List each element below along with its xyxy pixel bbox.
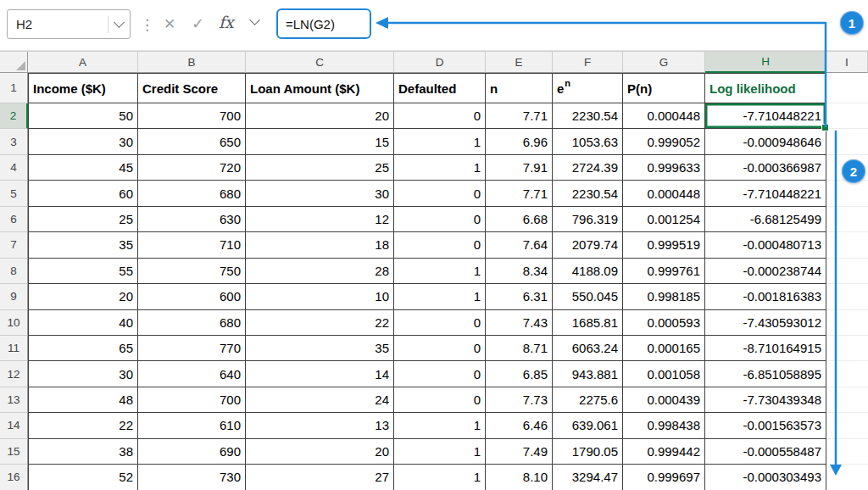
row-header-12[interactable]: 12 bbox=[0, 361, 28, 387]
empty-cell[interactable] bbox=[826, 207, 868, 232]
cell-D12[interactable]: 0 bbox=[394, 361, 486, 387]
cell-G6[interactable]: 0.001254 bbox=[623, 207, 705, 232]
cell-G5[interactable]: 0.000448 bbox=[623, 181, 705, 206]
cell-D16[interactable]: 1 bbox=[394, 465, 486, 490]
column-header-A[interactable]: A bbox=[28, 52, 138, 73]
row-header-13[interactable]: 13 bbox=[0, 387, 28, 413]
row-header-16[interactable]: 16 bbox=[0, 465, 28, 490]
cell-G2[interactable]: 0.000448 bbox=[623, 103, 705, 129]
insert-function-icon[interactable]: fx bbox=[219, 13, 234, 31]
cell-H12[interactable]: -6.851058895 bbox=[705, 361, 826, 387]
cell-C16[interactable]: 27 bbox=[246, 465, 394, 490]
cell-F2[interactable]: 2230.54 bbox=[553, 103, 623, 129]
cell-H4[interactable]: -0.000366987 bbox=[705, 155, 826, 181]
cell-D9[interactable]: 1 bbox=[394, 284, 486, 309]
cell-H3[interactable]: -0.000948646 bbox=[705, 129, 826, 154]
cell-A8[interactable]: 55 bbox=[28, 259, 138, 284]
cell-D14[interactable]: 1 bbox=[394, 413, 486, 438]
cell-E5[interactable]: 7.71 bbox=[486, 181, 553, 206]
cell-C4[interactable]: 25 bbox=[246, 155, 394, 181]
cell-D2[interactable]: 0 bbox=[394, 103, 486, 129]
empty-cell[interactable] bbox=[826, 387, 868, 413]
header-cell-3[interactable]: Loan Amount ($K) bbox=[246, 73, 394, 103]
header-cell-5[interactable]: n bbox=[486, 73, 553, 103]
cell-C7[interactable]: 18 bbox=[246, 232, 394, 258]
cell-H11[interactable]: -8.710164915 bbox=[705, 336, 826, 361]
cell-E14[interactable]: 6.46 bbox=[486, 413, 553, 438]
cell-F4[interactable]: 2724.39 bbox=[553, 155, 623, 181]
column-header-H[interactable]: H bbox=[705, 52, 826, 73]
name-box[interactable]: H2 bbox=[7, 9, 131, 39]
cell-C12[interactable]: 14 bbox=[246, 361, 394, 387]
row-header-2[interactable]: 2 bbox=[0, 103, 28, 129]
cell-B12[interactable]: 640 bbox=[138, 361, 246, 387]
row-header-7[interactable]: 7 bbox=[0, 232, 28, 258]
cell-C11[interactable]: 35 bbox=[246, 336, 394, 361]
cell-B14[interactable]: 610 bbox=[138, 413, 246, 438]
cell-D10[interactable]: 0 bbox=[394, 310, 486, 336]
more-options-icon[interactable]: ⋮ bbox=[140, 16, 154, 34]
cell-B2[interactable]: 700 bbox=[138, 103, 246, 129]
cell-G7[interactable]: 0.999519 bbox=[623, 232, 705, 258]
empty-cell[interactable] bbox=[826, 413, 868, 438]
cell-H5[interactable]: -7.710448221 bbox=[705, 181, 826, 206]
cell-F9[interactable]: 550.045 bbox=[553, 284, 623, 309]
cell-D7[interactable]: 0 bbox=[394, 232, 486, 258]
empty-cell[interactable] bbox=[826, 181, 868, 206]
row-header-4[interactable]: 4 bbox=[0, 155, 28, 181]
cell-E3[interactable]: 6.96 bbox=[486, 129, 553, 154]
cell-H15[interactable]: -0.000558487 bbox=[705, 439, 826, 465]
cell-C5[interactable]: 30 bbox=[246, 181, 394, 206]
cell-E10[interactable]: 7.43 bbox=[486, 310, 553, 336]
cell-C15[interactable]: 20 bbox=[246, 439, 394, 465]
empty-cell[interactable] bbox=[826, 284, 868, 309]
header-cell-4[interactable]: Defaulted bbox=[394, 73, 486, 103]
cell-A6[interactable]: 25 bbox=[28, 207, 138, 232]
cell-A14[interactable]: 22 bbox=[28, 413, 138, 438]
cell-B7[interactable]: 710 bbox=[138, 232, 246, 258]
cell-H14[interactable]: -0.001563573 bbox=[705, 413, 826, 438]
cell-A5[interactable]: 60 bbox=[28, 181, 138, 206]
cell-A12[interactable]: 30 bbox=[28, 361, 138, 387]
row-header-9[interactable]: 9 bbox=[0, 284, 28, 309]
empty-cell[interactable] bbox=[826, 73, 868, 103]
column-header-E[interactable]: E bbox=[486, 52, 553, 73]
row-header-11[interactable]: 11 bbox=[0, 336, 28, 361]
cell-G13[interactable]: 0.000439 bbox=[623, 387, 705, 413]
cell-G4[interactable]: 0.999633 bbox=[623, 155, 705, 181]
empty-cell[interactable] bbox=[826, 465, 868, 490]
empty-cell[interactable] bbox=[826, 129, 868, 154]
cell-C13[interactable]: 24 bbox=[246, 387, 394, 413]
row-header-15[interactable]: 15 bbox=[0, 439, 28, 465]
formula-input[interactable]: =LN(G2) bbox=[276, 8, 371, 39]
cell-A3[interactable]: 30 bbox=[28, 129, 138, 154]
cell-E7[interactable]: 7.64 bbox=[486, 232, 553, 258]
cell-A10[interactable]: 40 bbox=[28, 310, 138, 336]
header-cell-2[interactable]: Credit Score bbox=[138, 73, 246, 103]
cell-B8[interactable]: 750 bbox=[138, 259, 246, 284]
cell-C6[interactable]: 12 bbox=[246, 207, 394, 232]
formula-bar-chevron-down-icon[interactable] bbox=[249, 14, 260, 25]
cell-F12[interactable]: 943.881 bbox=[553, 361, 623, 387]
cell-E9[interactable]: 6.31 bbox=[486, 284, 553, 309]
cell-E16[interactable]: 8.10 bbox=[486, 465, 553, 490]
cell-G9[interactable]: 0.998185 bbox=[623, 284, 705, 309]
cell-F5[interactable]: 2230.54 bbox=[553, 181, 623, 206]
cell-B16[interactable]: 730 bbox=[138, 465, 246, 490]
cell-F13[interactable]: 2275.6 bbox=[553, 387, 623, 413]
cell-C9[interactable]: 10 bbox=[246, 284, 394, 309]
cell-G14[interactable]: 0.998438 bbox=[623, 413, 705, 438]
row-header-1[interactable]: 1 bbox=[0, 73, 28, 103]
enter-icon[interactable]: ✓ bbox=[192, 14, 204, 33]
cell-E4[interactable]: 7.91 bbox=[486, 155, 553, 181]
cell-E12[interactable]: 6.85 bbox=[486, 361, 553, 387]
row-header-6[interactable]: 6 bbox=[0, 207, 28, 232]
row-header-14[interactable]: 14 bbox=[0, 413, 28, 438]
column-header-D[interactable]: D bbox=[394, 52, 486, 73]
cell-G3[interactable]: 0.999052 bbox=[623, 129, 705, 154]
empty-cell[interactable] bbox=[826, 232, 868, 258]
cell-G16[interactable]: 0.999697 bbox=[623, 465, 705, 490]
cell-A7[interactable]: 35 bbox=[28, 232, 138, 258]
cell-B10[interactable]: 680 bbox=[138, 310, 246, 336]
cell-C14[interactable]: 13 bbox=[246, 413, 394, 438]
